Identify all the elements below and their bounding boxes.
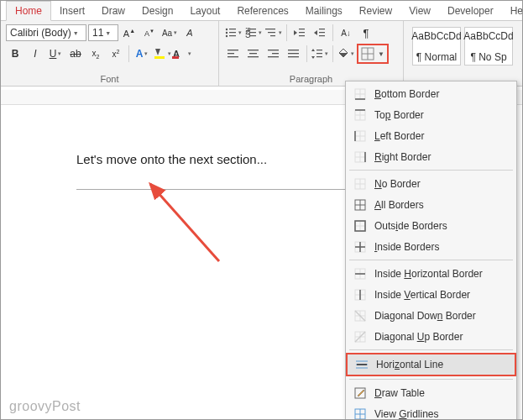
style-card-0[interactable]: AaBbCcDd¶ Normal [412, 27, 461, 66]
inside-border-icon [353, 239, 368, 255]
menu-item-bottom-border[interactable]: Bottom Border [346, 83, 516, 104]
svg-rect-14 [265, 29, 275, 29]
menu-item-horizontal-line[interactable]: Horizontal Line [346, 353, 516, 376]
increase-font-icon[interactable]: A▲ [120, 24, 139, 42]
svg-rect-21 [319, 32, 325, 33]
show-marks-icon[interactable]: ¶ [357, 24, 375, 42]
svg-rect-29 [268, 50, 279, 50]
menu-item-view-gridlines[interactable]: View Gridlines [346, 403, 516, 420]
menu-item-label: Top Border [374, 109, 424, 121]
menu-item-label: Right Border [374, 151, 431, 163]
change-case-icon[interactable]: Aa▾ [160, 24, 179, 42]
menu-item-label: Horizontal Line [376, 359, 443, 370]
svg-rect-33 [288, 53, 299, 54]
tab-view[interactable]: View [400, 2, 439, 20]
tab-insert[interactable]: Insert [51, 2, 93, 20]
menu-item-label: View Gridlines [374, 408, 439, 420]
strike-button[interactable]: ab [66, 45, 85, 63]
outside-border-icon [353, 218, 368, 234]
svg-rect-19 [299, 35, 305, 36]
tab-draw[interactable]: Draw [93, 2, 133, 20]
svg-rect-32 [288, 50, 299, 50]
group-font: Calibri (Body)▼ 11▼ A▲ A▼ Aa▾ A B I U▾ a… [1, 21, 219, 86]
svg-rect-30 [272, 53, 279, 54]
document-text: Let's move onto the next section... [76, 152, 267, 166]
menu-item-no-border[interactable]: No Border [346, 173, 516, 194]
menu-item-label: All Borders [374, 199, 424, 211]
svg-rect-16 [270, 35, 275, 36]
font-color-icon[interactable]: A▾ [173, 45, 191, 63]
highlight-icon[interactable]: ▾ [153, 45, 171, 63]
tab-review[interactable]: Review [351, 2, 400, 20]
align-left-icon[interactable] [224, 45, 243, 63]
svg-point-4 [226, 32, 228, 34]
menu-item-diagonal-down-border: Diagonal Down Border [346, 305, 516, 326]
clear-format-icon[interactable]: A [180, 24, 199, 42]
multilevel-icon[interactable]: ▾ [264, 24, 283, 42]
tab-layout[interactable]: Layout [181, 2, 228, 20]
menu-item-left-border[interactable]: Left Border [346, 125, 516, 146]
align-center-icon[interactable] [244, 45, 263, 63]
menu-item-inside-vertical-border[interactable]: Inside Vertical Border [346, 284, 516, 305]
bold-button[interactable]: B [6, 45, 24, 63]
svg-rect-17 [299, 29, 305, 29]
svg-rect-13 [249, 35, 256, 36]
numbering-icon[interactable]: 123▾ [244, 24, 263, 42]
horizontal-line [76, 189, 353, 190]
menu-item-label: Diagonal Down Border [374, 310, 476, 322]
tab-design[interactable]: Design [133, 2, 181, 20]
underline-button[interactable]: U▾ [46, 45, 65, 63]
svg-rect-25 [228, 56, 238, 57]
top-border-icon [353, 108, 368, 123]
menu-item-label: Diagonal Up Border [374, 331, 463, 343]
menu-item-inside-horizontal-border[interactable]: Inside Horizontal Border [346, 263, 516, 284]
font-size-combo[interactable]: 11▼ [88, 24, 118, 41]
superscript-button[interactable]: x2 [107, 45, 125, 63]
italic-button[interactable]: I [26, 45, 44, 63]
tab-developer[interactable]: Developer [439, 2, 502, 20]
hr-border-icon [354, 357, 369, 372]
svg-rect-23 [228, 50, 238, 50]
decrease-indent-icon[interactable] [290, 24, 309, 42]
bullets-icon[interactable]: ▾ [224, 24, 243, 42]
increase-indent-icon[interactable] [311, 24, 329, 42]
menu-item-label: Inside Borders [374, 241, 439, 253]
svg-rect-7 [229, 35, 236, 36]
text-effects-icon[interactable]: A▾ [133, 45, 151, 63]
svg-rect-20 [319, 29, 325, 29]
menu-item-inside-borders[interactable]: Inside Borders [346, 236, 516, 257]
subscript-button[interactable]: x2 [86, 45, 105, 63]
menu-item-draw-table[interactable]: Draw Table [346, 382, 516, 403]
all-border-icon [353, 197, 368, 213]
borders-icon [359, 45, 376, 62]
font-name-combo[interactable]: Calibri (Body)▼ [6, 24, 86, 41]
svg-rect-31 [268, 56, 279, 57]
menu-item-diagonal-up-border: Diagonal Up Border [346, 326, 516, 347]
menu-item-top-border[interactable]: Top Border [346, 104, 516, 125]
justify-icon[interactable] [285, 45, 303, 63]
menu-item-all-borders[interactable]: All Borders [346, 194, 516, 215]
tab-help[interactable]: Help [502, 2, 523, 20]
shading-icon[interactable]: ▾ [337, 45, 355, 63]
svg-point-2 [226, 29, 228, 30]
menu-item-outside-borders[interactable]: Outside Borders [346, 215, 516, 236]
tab-home[interactable]: Home [6, 1, 51, 21]
svg-rect-35 [316, 50, 322, 50]
style-card-1[interactable]: AaBbCcDd¶ No Sp [464, 27, 513, 66]
menu-item-right-border[interactable]: Right Border [346, 146, 516, 167]
align-right-icon[interactable] [264, 45, 283, 63]
draw-border-icon [353, 386, 368, 401]
svg-point-6 [226, 35, 228, 37]
tab-mailings[interactable]: Mailings [297, 2, 351, 20]
decrease-font-icon[interactable]: A▼ [140, 24, 159, 42]
ribbon-tabs: HomeInsertDrawDesignLayoutReferencesMail… [1, 1, 522, 21]
svg-rect-22 [319, 35, 325, 36]
tab-references[interactable]: References [228, 2, 296, 20]
line-spacing-icon[interactable]: ▾ [311, 45, 329, 63]
svg-rect-34 [288, 56, 299, 57]
borders-split-button[interactable]: ▼ [357, 44, 389, 64]
watermark: groovyPost [9, 399, 81, 414]
sort-icon[interactable]: A↓ [337, 24, 355, 42]
grid-border-icon [353, 407, 368, 421]
svg-rect-24 [228, 53, 234, 54]
